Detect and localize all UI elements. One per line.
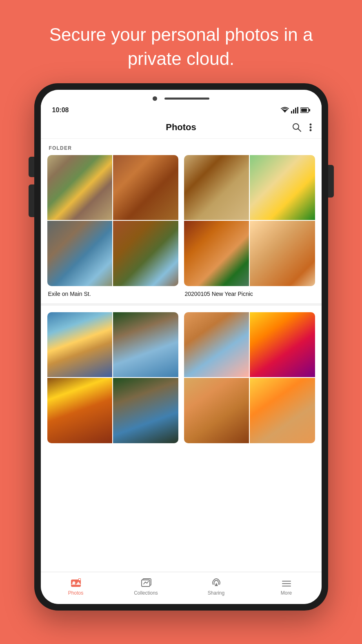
more-icon: [281, 578, 292, 588]
thumb-4-4: [250, 378, 315, 443]
thumb-1-2: [113, 155, 178, 220]
more-menu-icon[interactable]: [309, 123, 312, 131]
nav-item-sharing[interactable]: Sharing: [181, 578, 251, 596]
search-icon[interactable]: [292, 123, 301, 132]
folder-row-2: [41, 306, 322, 443]
thumb-3-4: [113, 378, 178, 443]
thumb-2-3: [184, 221, 249, 286]
svg-rect-3: [295, 108, 296, 113]
content-area: FOLDER Exile on Main St.: [41, 139, 322, 572]
collections-icon: [140, 578, 152, 588]
app-header: Photos: [41, 116, 322, 139]
sharing-icon: [211, 578, 222, 588]
speaker: [164, 98, 209, 100]
thumb-2-4: [250, 221, 315, 286]
nav-item-photos[interactable]: Photos: [41, 578, 111, 596]
thumb-3-3: [47, 378, 113, 443]
app-title: Photos: [75, 122, 287, 133]
thumb-2-2: [250, 155, 315, 220]
folder-row-1: Exile on Main St. 20200105 New Year Picn…: [41, 155, 322, 303]
thumb-4-3: [184, 378, 249, 443]
thumb-3-1: [47, 312, 113, 378]
svg-marker-0: [282, 110, 287, 113]
nav-label-collections: Collections: [134, 590, 158, 596]
thumb-2-1: [184, 155, 249, 220]
folder-name-1: Exile on Main St.: [47, 286, 178, 299]
thumb-1-1: [47, 155, 113, 220]
photos-icon: [70, 578, 82, 588]
camera-dot: [153, 96, 157, 101]
battery-icon: [300, 107, 310, 113]
folder-card-4[interactable]: [184, 312, 315, 443]
nav-label-sharing: Sharing: [208, 590, 224, 596]
svg-point-10: [309, 123, 311, 125]
svg-rect-6: [301, 109, 307, 112]
svg-point-12: [309, 129, 311, 131]
thumb-4-2: [250, 312, 315, 378]
status-icons: [281, 107, 310, 113]
svg-point-11: [309, 126, 311, 128]
thumb-1-4: [113, 221, 178, 286]
signal-icon: [291, 107, 298, 113]
svg-rect-18: [79, 579, 80, 580]
hero-text: Secure your personal photos in a private…: [24, 22, 338, 71]
thumb-4-1: [184, 312, 249, 378]
nav-label-more: More: [281, 590, 292, 596]
nav-item-collections[interactable]: Collections: [111, 578, 181, 596]
svg-rect-1: [291, 111, 292, 113]
phone-mockup: 10:08: [34, 83, 328, 611]
folder-section-label: FOLDER: [41, 139, 322, 155]
phone-screen: 10:08: [41, 90, 322, 604]
bottom-nav: Photos Collections: [41, 572, 322, 604]
svg-rect-2: [293, 109, 294, 113]
folder-card-1[interactable]: Exile on Main St.: [47, 155, 178, 299]
thumb-3-2: [113, 312, 178, 378]
folder-card-2[interactable]: 20200105 New Year Picnic: [184, 155, 315, 299]
svg-marker-22: [215, 583, 218, 586]
folder-name-2: 20200105 New Year Picnic: [184, 286, 315, 299]
svg-line-9: [298, 129, 301, 131]
svg-rect-4: [297, 107, 298, 113]
status-bar: 10:08: [41, 105, 322, 116]
wifi-icon: [281, 107, 289, 113]
svg-rect-7: [309, 109, 310, 111]
folder-card-3[interactable]: [47, 312, 178, 443]
nav-label-photos: Photos: [68, 590, 83, 596]
hero-section: Secure your personal photos in a private…: [0, 0, 362, 83]
status-time: 10:08: [52, 107, 69, 114]
nav-item-more[interactable]: More: [251, 578, 322, 596]
thumb-1-3: [47, 221, 113, 286]
